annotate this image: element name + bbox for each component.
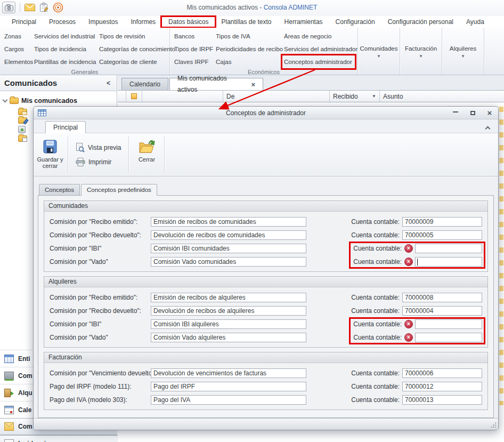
form-row: Comisión por "Vado"Comisión Vado comunid…: [44, 255, 487, 268]
ribbon-item[interactable]: Cajas: [214, 55, 277, 68]
ribbon-item[interactable]: Conceptos administrador: [282, 55, 355, 68]
ribbon-dropdown-button[interactable]: Facturación ▾: [400, 28, 442, 75]
menu-item[interactable]: Herramientas: [278, 17, 329, 27]
concept-text-input[interactable]: Pago del IRPF: [151, 382, 306, 391]
dropdown-icon[interactable]: ▼: [372, 94, 376, 99]
dialog-conceptos-administrador: Conceptos de administrador × Principal: [33, 106, 499, 430]
ribbon-item[interactable]: Tipos de IRPF: [173, 43, 209, 55]
account-input[interactable]: 70000006: [402, 368, 482, 378]
concept-text-input[interactable]: Comisión Vado comunidades: [151, 257, 306, 267]
save-and-close-button[interactable]: Guardar y cerrar: [34, 135, 67, 174]
ribbon-dropdown-button[interactable]: Alquileres ▾: [442, 28, 484, 75]
chevron-down-icon: ▾: [378, 54, 380, 58]
tree-expand-icon[interactable]: [3, 98, 8, 103]
menu-item[interactable]: Impuestos: [82, 17, 124, 27]
grid-column-header[interactable]: De ▼: [223, 91, 330, 102]
menu-item[interactable]: Principal: [5, 17, 43, 27]
ribbon-item[interactable]: Elementos: [3, 55, 27, 68]
print-button[interactable]: Imprimir: [76, 158, 121, 166]
concept-text-input[interactable]: Comisión IBI alquileres: [151, 319, 306, 329]
app-window: Mis comunicados activos - Consola ADMINE…: [0, 0, 504, 442]
toolbar-separator: [164, 136, 165, 173]
form-row: Pago del IVA (modelo 303):Pago del IVACu…: [44, 393, 487, 406]
grid-column-header[interactable]: ▼: [142, 91, 223, 102]
ribbon-item[interactable]: Tipos de IVA: [214, 30, 277, 43]
account-input[interactable]: [415, 257, 482, 267]
menu-item[interactable]: Plantillas de texto: [215, 17, 278, 27]
concept-text-input[interactable]: Emisión de recibos de comunidades: [151, 217, 306, 227]
toolbar-separator: [68, 136, 68, 173]
menu-item[interactable]: Configuración: [329, 17, 381, 27]
menu-item[interactable]: Configuración personal: [381, 17, 460, 27]
ribbon-item[interactable]: Servicios del administrador: [282, 43, 355, 55]
concept-text-input[interactable]: Comisión Vado alquileres: [151, 333, 306, 342]
close-tab-icon[interactable]: ×: [251, 79, 255, 90]
account-input[interactable]: 70000009: [402, 217, 482, 227]
ribbon-item[interactable]: Categorías de conocimiento: [97, 43, 167, 55]
ribbon-item[interactable]: Servicios del industrial: [32, 30, 92, 43]
account-label: Cuenta contable:: [351, 383, 400, 390]
concept-text-input[interactable]: Pago del IVA: [151, 395, 306, 405]
account-input[interactable]: 70000005: [402, 230, 482, 240]
account-input[interactable]: 70000013: [402, 395, 482, 405]
ribbon-item[interactable]: Categorías de cliente: [97, 55, 167, 68]
titlebar: Mis comunicados activos - Consola ADMINE…: [0, 0, 504, 16]
tree-child-folder-icon[interactable]: [18, 117, 27, 124]
ribbon-item[interactable]: Bancos: [173, 30, 209, 43]
ribbon-item[interactable]: Tipos de incidencia: [32, 43, 92, 55]
close-button[interactable]: Cerrar: [130, 135, 163, 174]
ribbon-item[interactable]: Plantillas de incidencia: [32, 55, 92, 68]
account-label: Cuenta contable:: [351, 294, 400, 301]
field-label: Comisión por "Vado": [50, 258, 151, 266]
close-window-button[interactable]: ×: [485, 109, 494, 117]
concept-text-input[interactable]: Devolución de recibos de alquileres: [151, 306, 306, 316]
document-tab[interactable]: Mis comunicados activos ×: [169, 78, 263, 90]
grid-column-header[interactable]: ▼: [118, 91, 126, 102]
grid-column-header[interactable]: ▼: [126, 91, 142, 102]
restore-button[interactable]: [468, 109, 477, 117]
document-tab[interactable]: Calendario ×: [121, 78, 168, 90]
grid-column-header[interactable]: Recibido ▼: [330, 91, 380, 102]
tree-child-folder-icon[interactable]: [18, 135, 27, 142]
account-label: Cuenta contable:: [353, 320, 402, 328]
dialog-ribbon-tabstrip: Principal: [34, 119, 498, 133]
tab-conceptos-predefinidos[interactable]: Conceptos predefinidos: [81, 184, 157, 196]
window-title: Mis comunicados activos - Consola ADMINE…: [0, 4, 504, 11]
concept-text-input[interactable]: Devolución de recibos de comunidades: [151, 230, 306, 240]
collapse-ribbon-icon[interactable]: [486, 125, 491, 130]
menu-item[interactable]: Informes: [124, 17, 162, 27]
dialog-title: Conceptos de administrador: [34, 109, 498, 117]
validation-error-icon: ×: [404, 333, 413, 342]
account-input[interactable]: 70000004: [402, 306, 482, 316]
concept-text-input[interactable]: Comisión IBI comunidades: [151, 244, 306, 253]
account-input[interactable]: [415, 319, 482, 329]
account-input[interactable]: [415, 333, 482, 342]
tab-conceptos[interactable]: Conceptos: [39, 184, 80, 195]
tree-root-mis-comunicados[interactable]: Mis comunicados: [3, 95, 117, 106]
collapse-pane-icon[interactable]: <: [104, 79, 112, 87]
concept-text-input[interactable]: Devolución de vencimientos de facturas: [151, 368, 306, 378]
concept-text-input[interactable]: Emisión de recibos de alquileres: [151, 293, 306, 302]
tab-principal[interactable]: Principal: [45, 121, 86, 133]
tree-child-folder-icon[interactable]: [18, 109, 27, 115]
tree-child-folder-icon[interactable]: [18, 126, 26, 133]
menu-item[interactable]: Datos básicos: [162, 17, 215, 27]
account-input[interactable]: 70000008: [402, 293, 482, 302]
ribbon-item[interactable]: Zonas: [3, 30, 27, 43]
ribbon-item[interactable]: Claves IRPF: [173, 55, 209, 68]
account-input[interactable]: [415, 244, 482, 253]
resize-grip[interactable]: [491, 422, 496, 428]
account-input[interactable]: 70000012: [402, 382, 482, 391]
menu-item[interactable]: Ayuda: [460, 17, 491, 27]
preview-button[interactable]: Vista previa: [76, 143, 121, 152]
menu-item[interactable]: Procesos: [43, 17, 82, 27]
chevron-down-icon: ▾: [462, 54, 465, 58]
ribbon-item[interactable]: Periodicidades de recibo: [214, 43, 277, 55]
minimize-button[interactable]: [451, 109, 460, 117]
ribbon-dropdown-button[interactable]: Comunidades ▾: [358, 28, 400, 75]
ribbon-item[interactable]: Áreas de negocio: [282, 30, 355, 43]
field-label: Comisión por "Recibo devuelto":: [50, 231, 151, 239]
ribbon-item[interactable]: Tipos de revisión: [97, 30, 167, 43]
ribbon-item[interactable]: Cargos: [3, 43, 27, 55]
grid-column-header[interactable]: Asunto ▼: [380, 91, 504, 102]
